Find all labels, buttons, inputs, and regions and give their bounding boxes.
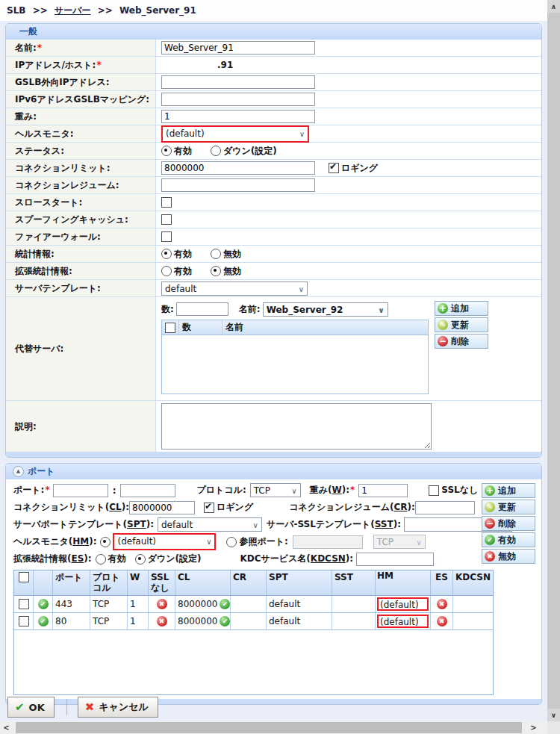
status-down-radio[interactable] <box>211 146 221 156</box>
horizontal-scrollbar[interactable]: < > <box>0 721 547 734</box>
stats-disabled-radio[interactable] <box>211 249 221 259</box>
port-table-row[interactable]: 443 TCP 1 8000000 default (default) <box>14 596 493 613</box>
port-start-input[interactable] <box>53 484 108 497</box>
required-mark: * <box>37 43 42 53</box>
conn-resume-label: コネクションレジューム: <box>15 179 119 192</box>
row-checkbox[interactable] <box>19 616 29 626</box>
form-row-conn-limit: コネクションリミット: ロギング <box>6 160 541 177</box>
port-es-enabled-radio[interactable] <box>96 554 106 565</box>
form-row-name: 名前:* <box>6 40 541 57</box>
ok-button[interactable]: ✔OK <box>7 697 55 718</box>
port-logging-checkbox[interactable] <box>204 503 214 513</box>
alt-update-button[interactable]: 更新 <box>435 317 488 332</box>
disabled-icon <box>437 599 447 609</box>
conn-limit-input[interactable] <box>161 161 315 175</box>
protocol-select[interactable]: TCP <box>250 483 301 497</box>
description-textarea[interactable] <box>161 403 432 450</box>
alt-name-select[interactable]: Web_Server_92 <box>263 302 388 317</box>
server-template-select[interactable]: default <box>161 282 308 296</box>
disabled-icon <box>157 616 167 626</box>
port-es-down-label: ダウン(設定) <box>148 553 202 565</box>
horizontal-scroll-thumb[interactable] <box>16 722 522 733</box>
port-hm-select[interactable]: (default) <box>114 535 214 549</box>
kdcsn-input[interactable] <box>356 553 434 566</box>
cell-port: 443 <box>53 596 90 612</box>
status-down-label: ダウン(設定) <box>223 145 277 158</box>
spoofing-cache-checkbox[interactable] <box>161 214 172 225</box>
conn-resume-input[interactable] <box>161 178 315 192</box>
breadcrumb-separator: >> <box>98 5 113 16</box>
status-enabled-label: 有効 <box>174 145 192 158</box>
port-conn-resume-input[interactable] <box>415 501 475 514</box>
port-section-header[interactable]: ▲ ポート <box>6 464 541 479</box>
alt-select-all-checkbox[interactable] <box>165 323 175 333</box>
gslb-ip-label: GSLB外向IPアドレス: <box>15 76 109 89</box>
health-monitor-highlight: (default) <box>161 125 309 143</box>
form-row-slow-start: スロースタート: <box>6 194 541 211</box>
port-weight-input[interactable] <box>358 484 408 497</box>
port-section: ▲ ポート ポート:* : プロトコル: TCP 重み(W):* SSLなし コ… <box>5 463 542 705</box>
port-select-all-checkbox[interactable] <box>19 572 29 582</box>
vertical-scrollbar[interactable]: ∧ ∨ <box>547 0 560 721</box>
cancel-button[interactable]: ✖キャンセル <box>78 697 158 718</box>
disable-icon <box>485 551 495 562</box>
collapse-icon[interactable]: ▲ <box>13 466 24 477</box>
ext-stats-enabled-radio[interactable] <box>161 266 172 276</box>
port-es-down-radio[interactable] <box>135 554 146 565</box>
port-table-row[interactable]: 80 TCP 1 8000000 default (default) <box>14 613 493 630</box>
server-port-template-select[interactable]: default <box>158 517 262 532</box>
ref-port-radio[interactable] <box>226 537 237 547</box>
port-column-cr: CR <box>231 570 267 595</box>
alt-num-input[interactable] <box>176 302 228 316</box>
port-add-button[interactable]: 追加 <box>482 483 535 498</box>
form-row-ext-stats: 拡張統計情報: 有効 無効 <box>6 263 541 280</box>
stats-disabled-label: 無効 <box>223 248 241 261</box>
logging-checkbox[interactable] <box>329 163 339 173</box>
alt-column-num: 数 <box>179 320 223 335</box>
gslb-ip-input[interactable] <box>161 75 315 89</box>
ext-stats-disabled-radio[interactable] <box>211 266 221 276</box>
ip-value: .91 <box>217 60 233 70</box>
ip-label: IPアドレス/ホスト: <box>15 59 96 72</box>
port-enable-button[interactable]: 有効 <box>482 532 535 547</box>
scroll-down-icon[interactable]: ∨ <box>547 709 560 721</box>
port-update-button[interactable]: 更新 <box>482 500 535 514</box>
port-es-enabled-label: 有効 <box>108 553 126 565</box>
port-hm-radio[interactable] <box>100 537 111 547</box>
port-form-row-1: ポート:* : プロトコル: TCP 重み(W):* SSLなし <box>6 482 541 499</box>
main-content: 一般 名前:* IPアドレス/ホスト:* .91 GSLB外向IPアドレス: I… <box>0 21 547 705</box>
scroll-left-icon[interactable]: < <box>0 721 13 734</box>
edit-icon <box>485 502 495 512</box>
scrollbar-corner <box>547 721 560 734</box>
port-conn-limit-input[interactable] <box>129 501 195 514</box>
scroll-right-icon[interactable]: > <box>527 721 540 734</box>
ssl-none-checkbox[interactable] <box>429 485 439 496</box>
weight-input[interactable] <box>161 110 315 123</box>
slow-start-checkbox[interactable] <box>161 197 172 208</box>
ref-port-protocol-select: TCP <box>373 535 426 549</box>
spt-access-key: SPT <box>127 519 146 529</box>
alt-column-name: 名前 <box>223 320 428 335</box>
port-form-row-5: 拡張統計情報(ES): 有効 ダウン(設定) KDCサービス名(KDCSN): <box>6 550 541 567</box>
name-input[interactable] <box>161 41 315 55</box>
form-row-firewall: ファイアーウォール: <box>6 228 541 246</box>
row-checkbox[interactable] <box>19 599 29 609</box>
stats-enabled-radio[interactable] <box>161 249 172 259</box>
health-monitor-select[interactable]: (default) <box>163 127 308 141</box>
port-end-input[interactable] <box>120 484 175 497</box>
ipv6-gslb-input[interactable] <box>161 93 315 106</box>
status-label: ステータス: <box>15 145 64 158</box>
scroll-up-icon[interactable]: ∧ <box>547 0 560 13</box>
cell-port: 80 <box>53 613 90 629</box>
alt-delete-button[interactable]: 削除 <box>435 334 488 349</box>
weight-label: 重み: <box>15 111 37 123</box>
port-disable-button[interactable]: 無効 <box>482 549 535 564</box>
breadcrumb-server-link[interactable]: サーバー <box>55 5 91 16</box>
alt-add-button[interactable]: 追加 <box>435 301 488 316</box>
ref-port-input <box>293 535 363 549</box>
firewall-checkbox[interactable] <box>161 231 172 242</box>
status-enabled-radio[interactable] <box>161 146 172 156</box>
port-delete-button[interactable]: 削除 <box>482 516 535 531</box>
alt-name-label: 名前: <box>239 303 261 316</box>
footer-divider <box>66 699 67 715</box>
